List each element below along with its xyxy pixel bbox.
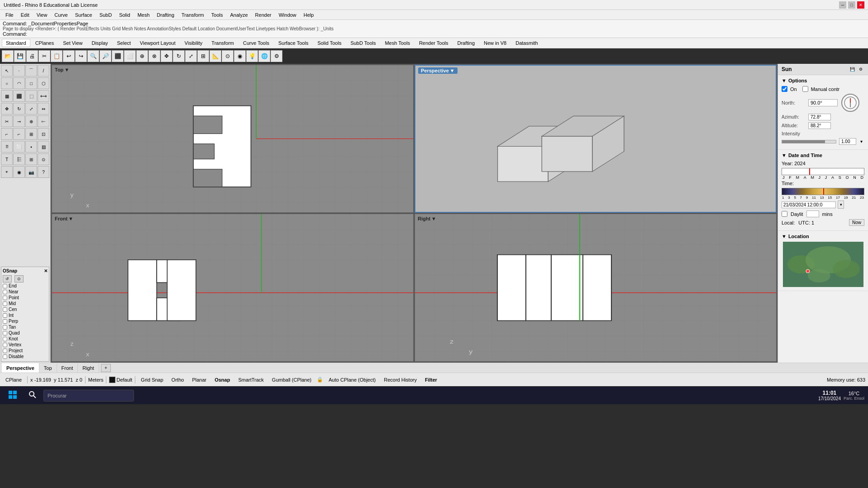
menu-solid[interactable]: Solid [115,11,134,19]
offset-tool[interactable]: ⟜ [38,115,49,127]
text-tool[interactable]: T [1,153,13,165]
dim-tool[interactable]: ⟷ [38,90,49,102]
osnap-quad-cb[interactable] [3,331,7,335]
viewport-top[interactable]: y x Top ▼ [52,65,414,213]
right-viewport-label[interactable]: Right ▼ [418,216,436,221]
tab-cplanes[interactable]: CPlanes [31,39,58,47]
toolbar-btn-22[interactable]: ⚙ [271,50,282,62]
osnap-btn[interactable]: Osnap [212,376,233,383]
osnap-point-cb[interactable] [3,296,7,300]
osnap-end[interactable]: End [3,283,48,288]
maximize-button[interactable]: □ [848,1,855,9]
tab-mesh-tools[interactable]: Mesh Tools [381,39,414,47]
circle-tool[interactable]: ○ [1,77,13,89]
help-tool[interactable]: ? [38,166,49,178]
now-button[interactable]: Now [849,219,864,226]
filter-btn[interactable]: Filter [422,376,440,383]
menu-surface[interactable]: Surface [72,11,96,19]
tab-subd-tools[interactable]: SubD Tools [346,39,380,47]
search-box[interactable]: Procurar [43,390,134,402]
osnap-int-cb[interactable] [3,313,7,318]
toolbar-btn-15[interactable]: ⤢ [185,50,197,62]
tab-standard[interactable]: Standard [2,39,30,47]
minimize-button[interactable]: ─ [839,1,846,9]
split-tool[interactable]: ⊸ [13,115,25,127]
azimuth-input[interactable] [808,114,831,120]
toolbar-btn-6[interactable]: ↪ [75,50,87,62]
osnap-near-cb[interactable] [3,290,7,294]
menu-help[interactable]: Help [300,11,318,19]
osnap-disable[interactable]: Disable [3,354,48,359]
vp-tab-perspective[interactable]: Perspective [2,363,39,373]
menu-edit[interactable]: Edit [17,11,33,19]
close-button[interactable]: ✕ [857,1,864,9]
toolbar-btn-17[interactable]: 📐 [210,50,221,62]
month-slider-container[interactable]: JFMAMJJASOND [782,168,864,180]
toolbar-btn-12[interactable]: ⊗ [148,50,160,62]
osnap-close-icon[interactable]: ✕ [44,268,48,273]
perspective-viewport-label[interactable]: Perspective ▼ [418,67,458,74]
gumball-btn[interactable]: Gumball (CPlane) [269,376,314,383]
osnap-btn2[interactable]: ⊙ [14,275,24,282]
osnap-point[interactable]: Point [3,295,48,300]
leader-tool[interactable]: ⬱ [13,153,25,165]
daylight-cb[interactable] [782,211,787,217]
osnap-knot[interactable]: Knot [3,336,48,341]
osnap-end-cb[interactable] [3,284,7,288]
tab-curve-tools[interactable]: Curve Tools [239,39,273,47]
menu-file[interactable]: File [2,11,17,19]
ortho-btn[interactable]: Ortho [169,376,187,383]
extrude-tool[interactable]: ⬛ [13,90,25,102]
osnap-mid-cb[interactable] [3,301,7,306]
tab-new-in-v8[interactable]: New in V8 [480,39,510,47]
daylight-mins-input[interactable] [806,211,819,217]
osnap-perp-cb[interactable] [3,319,7,324]
record-history-btn[interactable]: Record History [381,376,420,383]
block-tool[interactable]: ▪ [25,141,37,153]
osnap-cen-cb[interactable] [3,307,7,312]
vp-tab-top[interactable]: Top [39,363,57,373]
toolbar-btn-21[interactable]: 🌐 [258,50,270,62]
on-checkbox[interactable] [782,86,787,92]
menu-analyze[interactable]: Analyze [226,11,251,19]
viewport-perspective[interactable]: Perspective ▼ [415,65,777,213]
group-tool[interactable]: ⬜ [13,141,25,153]
join-tool[interactable]: ⊕ [25,115,37,127]
chamfer-tool[interactable]: ⌐ [13,128,25,140]
analysis-tool[interactable]: ⌖ [1,166,13,178]
options-section-title[interactable]: ▼ Options [782,78,864,83]
tab-transform[interactable]: Transform [207,39,238,47]
osnap-int[interactable]: Int [3,313,48,318]
toolbar-btn-3[interactable]: ✂ [38,50,50,62]
tab-drafting[interactable]: Drafting [453,39,479,47]
toolbar-btn-20[interactable]: 💡 [246,50,258,62]
start-button[interactable] [4,388,22,403]
month-slider[interactable] [782,168,864,175]
cplane-btn[interactable]: CPlane [3,376,24,383]
osnap-knot-cb[interactable] [3,337,7,341]
scale-tool[interactable]: ⤢ [25,103,37,115]
osnap-disable-cb[interactable] [3,354,7,359]
tab-datasmith[interactable]: Datasmith [511,39,542,47]
smart-track-btn[interactable]: SmartTrack [235,376,266,383]
intensity-input[interactable] [839,138,856,145]
north-dial[interactable] [841,94,859,112]
menu-mesh[interactable]: Mesh [134,11,153,19]
trim-tool[interactable]: ✂ [1,115,13,127]
mirror-tool[interactable]: ⇔ [38,103,49,115]
viewport-front[interactable]: z x Front ▼ [52,214,414,362]
date-time-title[interactable]: ▼ Date and Time [782,153,864,158]
osnap-cen[interactable]: Cen [3,307,48,312]
menu-tools[interactable]: Tools [208,11,227,19]
mesh-tool[interactable]: ⬚ [25,90,37,102]
intensity-bar[interactable]: ▾ [782,138,864,145]
vp-tab-right[interactable]: Right [78,363,99,373]
north-input[interactable] [808,99,838,106]
menu-transform[interactable]: Transform [178,11,208,19]
polygon-tool[interactable]: ⬡ [38,77,49,89]
osnap-perp[interactable]: Perp [3,319,48,324]
toolbar-btn-8[interactable]: 🔎 [100,50,111,62]
osnap-vertex[interactable]: Vertex [3,342,48,347]
fillet-tool[interactable]: ⌐ [1,128,13,140]
toolbar-btn-2[interactable]: 🖨 [26,50,38,62]
